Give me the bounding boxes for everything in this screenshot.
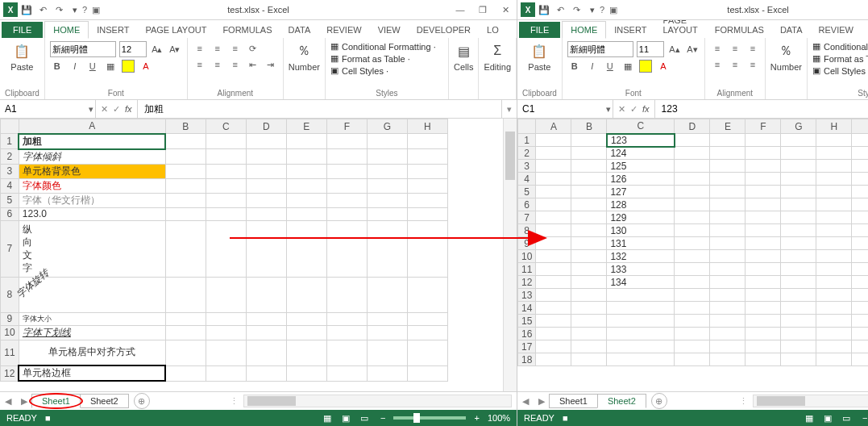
cell[interactable]	[165, 207, 206, 220]
cell[interactable]	[286, 134, 326, 149]
cell[interactable]: 134	[607, 276, 675, 289]
sheet-tab-sheet2[interactable]: Sheet2	[597, 394, 646, 408]
cell[interactable]	[710, 276, 745, 289]
cell[interactable]	[710, 328, 745, 340]
cell[interactable]	[710, 340, 745, 353]
view-layout-icon[interactable]: ▣	[338, 413, 354, 424]
cell[interactable]	[816, 173, 852, 186]
row-header[interactable]: 11	[518, 263, 536, 276]
row-header[interactable]: 12	[1, 365, 19, 381]
shrink-font-icon[interactable]: A▾	[685, 42, 700, 56]
cell[interactable]: 字体大小	[19, 312, 165, 325]
italic-button[interactable]: I	[585, 59, 600, 73]
sheet-tab-sheet1[interactable]: Sheet1	[549, 394, 598, 408]
fx-icon[interactable]: fx	[642, 104, 650, 114]
cell[interactable]	[367, 193, 407, 207]
cell[interactable]	[745, 263, 781, 276]
cell[interactable]	[165, 325, 206, 340]
cell[interactable]	[165, 193, 206, 207]
cell[interactable]: 125	[607, 160, 675, 173]
cell[interactable]	[745, 147, 781, 160]
cell[interactable]	[675, 315, 710, 328]
cell[interactable]	[781, 147, 816, 160]
cell[interactable]	[745, 328, 781, 340]
col-header[interactable]: F	[745, 119, 781, 134]
row-header[interactable]: 9	[518, 237, 536, 250]
cell[interactable]	[675, 224, 710, 237]
name-box[interactable]: ▾	[517, 100, 613, 118]
cell[interactable]	[407, 134, 447, 149]
col-header[interactable]: E	[710, 119, 745, 134]
bold-button[interactable]: B	[50, 59, 64, 73]
cell[interactable]	[816, 134, 852, 147]
cell[interactable]	[571, 211, 607, 224]
tab-page-layout[interactable]: PAGE LAYOUT	[137, 22, 214, 38]
sheet-nav-next-icon[interactable]: ▶	[16, 396, 32, 407]
grow-font-icon[interactable]: A▴	[150, 42, 164, 56]
row-header[interactable]: 16	[518, 328, 536, 340]
cell[interactable]	[326, 220, 367, 277]
zoom-out-icon[interactable]: −	[862, 413, 867, 423]
row-header[interactable]: 17	[518, 340, 536, 353]
col-header[interactable]: G	[367, 119, 407, 134]
cell[interactable]	[246, 220, 286, 277]
cell[interactable]	[326, 178, 367, 193]
cell[interactable]	[407, 164, 447, 178]
cell[interactable]	[781, 237, 816, 250]
col-header[interactable]: D	[246, 119, 286, 134]
cell[interactable]	[675, 289, 710, 302]
fill-color-icon[interactable]	[638, 59, 653, 73]
cell[interactable]	[675, 198, 710, 211]
cell[interactable]	[781, 173, 816, 186]
tab-data[interactable]: DATA	[280, 22, 319, 38]
cell[interactable]	[571, 276, 607, 289]
cell[interactable]	[852, 289, 868, 302]
cell[interactable]	[246, 193, 286, 207]
zoom-out-icon[interactable]: −	[380, 413, 385, 423]
cell[interactable]	[675, 173, 710, 186]
cell[interactable]: 126	[607, 173, 675, 186]
name-box-dropdown-icon[interactable]: ▾	[606, 104, 611, 115]
cell[interactable]	[536, 134, 571, 147]
col-header[interactable]: B	[571, 119, 607, 134]
sheet-tab-sheet2[interactable]: Sheet2	[80, 394, 129, 408]
redo-icon[interactable]: ↷	[52, 2, 66, 17]
cell[interactable]	[367, 149, 407, 165]
cell[interactable]	[781, 186, 816, 198]
cell[interactable]	[781, 198, 816, 211]
cell[interactable]: 字体颜色	[19, 178, 165, 193]
cell[interactable]	[852, 186, 868, 198]
cell[interactable]	[571, 134, 607, 147]
cell[interactable]	[607, 353, 675, 366]
fx-icon[interactable]: fx	[125, 104, 132, 114]
cell[interactable]	[367, 220, 407, 277]
font-color-icon[interactable]: A	[139, 59, 153, 73]
cell[interactable]	[286, 340, 326, 365]
cell[interactable]	[367, 134, 407, 149]
cell[interactable]	[536, 224, 571, 237]
grow-font-icon[interactable]: A▴	[667, 42, 682, 56]
cell[interactable]	[816, 198, 852, 211]
help-icon[interactable]: ?	[600, 5, 604, 15]
align-right-icon[interactable]: ≡	[228, 57, 243, 72]
cell[interactable]	[710, 134, 745, 147]
cell[interactable]	[571, 250, 607, 263]
cell[interactable]: 单元格边框	[19, 365, 165, 381]
align-mid-icon[interactable]: ≡	[728, 41, 742, 56]
cell[interactable]	[816, 250, 852, 263]
minimize-button[interactable]: —	[449, 0, 471, 19]
cell[interactable]	[206, 149, 246, 165]
cell[interactable]	[710, 198, 745, 211]
cell[interactable]	[536, 302, 571, 315]
cell[interactable]	[675, 147, 710, 160]
tab-insert[interactable]: INSERT	[89, 22, 137, 38]
cell[interactable]	[165, 365, 206, 381]
cell[interactable]	[286, 178, 326, 193]
font-name-input[interactable]	[567, 41, 633, 57]
tab-data[interactable]: DATA	[772, 22, 811, 38]
cell[interactable]	[286, 164, 326, 178]
cell[interactable]	[745, 276, 781, 289]
sheet-tab-sheet1[interactable]: Sheet1	[31, 394, 81, 408]
row-header[interactable]: 14	[518, 302, 536, 315]
align-center-icon[interactable]: ≡	[210, 57, 225, 72]
